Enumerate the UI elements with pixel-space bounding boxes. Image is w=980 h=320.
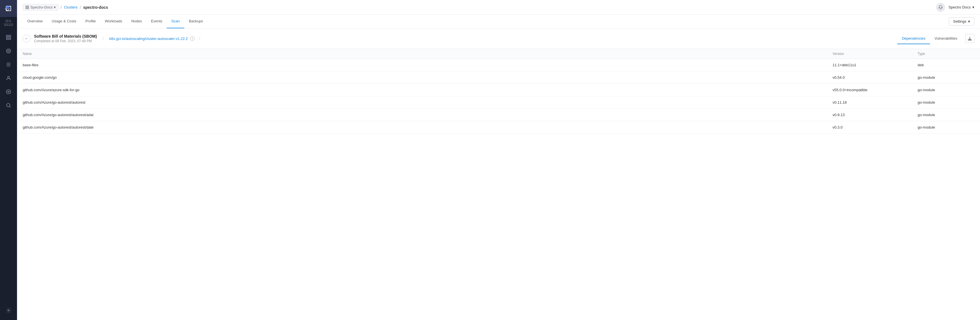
sidebar-logo[interactable] (0, 0, 17, 17)
header-type: Type (918, 52, 974, 56)
row-name: github.com/Azure/go-autorest/autorest/da… (23, 125, 832, 130)
row-type: go-module (918, 100, 974, 105)
table-row: github.com/Azure/go-autorest/autorest/ad… (17, 109, 980, 121)
sidebar-version: 10.3-101121 (3, 17, 14, 29)
sbom-image-path: k8s.gcr.io/autoscaling/cluster-autoscale… (110, 36, 188, 41)
header-version: Version (832, 52, 918, 56)
breadcrumb-clusters-link[interactable]: Clusters (64, 5, 78, 10)
breadcrumb-sep-2: / (80, 5, 81, 10)
main-content: Spectro-Docs ▾ / Clusters / spectro-docs… (17, 0, 980, 320)
row-name: github.com/Azure/go-autorest/autorest (23, 100, 832, 105)
back-icon: ← (25, 36, 29, 41)
sbom-header-inner: ← Software Bill of Materials (SBOM) Comp… (23, 33, 974, 44)
svg-line-13 (10, 106, 11, 108)
svg-rect-18 (27, 8, 29, 9)
sidebar-item-profiles[interactable] (2, 72, 15, 84)
sbom-path-sep: / (103, 36, 104, 41)
sidebar-bottom (2, 301, 15, 320)
svg-rect-15 (26, 6, 27, 7)
tab-overview[interactable]: Overview (23, 15, 47, 29)
row-type: go-module (918, 88, 974, 92)
svg-point-12 (6, 103, 10, 107)
tab-workloads[interactable]: Workloads (100, 15, 127, 29)
sidebar-item-settings[interactable] (2, 304, 15, 317)
back-button[interactable]: ← (23, 35, 30, 43)
user-menu[interactable]: Spectro Docs ▾ (948, 5, 974, 10)
svg-point-4 (6, 49, 11, 53)
svg-point-9 (8, 76, 10, 78)
sidebar: 10.3-101121 (0, 0, 17, 320)
nav-tabs: Overview Usage & Costs Profile Workloads… (17, 15, 980, 29)
table-row: github.com/Azure/go-autorest/autorest/da… (17, 121, 980, 134)
svg-point-11 (8, 91, 10, 93)
sidebar-item-dashboard[interactable] (2, 31, 15, 44)
sbom-header: ← Software Bill of Materials (SBOM) Comp… (17, 29, 980, 49)
tab-usage-costs[interactable]: Usage & Costs (47, 15, 81, 29)
row-type: go-module (918, 113, 974, 117)
tab-nodes[interactable]: Nodes (127, 15, 146, 29)
user-name: Spectro Docs (948, 5, 970, 10)
breadcrumb: Spectro-Docs ▾ / Clusters / spectro-docs (23, 4, 934, 11)
header-name: Name (23, 52, 832, 56)
notifications-icon-btn[interactable] (936, 3, 945, 12)
sbom-path-section: k8s.gcr.io/autoscaling/cluster-autoscale… (110, 33, 962, 44)
table-header: Name Version Type (17, 49, 980, 59)
sidebar-item-audit[interactable] (2, 99, 15, 112)
topbar-right: Spectro Docs ▾ (936, 3, 974, 12)
svg-rect-16 (27, 6, 29, 7)
settings-chevron: ▾ (968, 19, 970, 24)
svg-rect-2 (6, 38, 8, 40)
table-row: github.com/Azure/azure-sdk-for-go v55.0.… (17, 84, 980, 96)
row-name: cloud.google.com/go (23, 75, 832, 79)
dependencies-table: Name Version Type base-files 11.1+deb11u… (17, 49, 980, 134)
breadcrumb-current-page: spectro-docs (83, 5, 108, 10)
sidebar-item-registries[interactable] (2, 86, 15, 98)
row-version: v0.54.0 (832, 75, 918, 79)
svg-point-14 (8, 310, 10, 311)
table-row: base-files 11.1+deb11u1 deb (17, 59, 980, 71)
sbom-title: Software Bill of Materials (SBOM) (34, 34, 97, 38)
row-version: 11.1+deb11u1 (832, 63, 918, 67)
svg-rect-19 (968, 40, 972, 40)
breadcrumb-sep-1: / (61, 5, 62, 10)
row-type: go-module (918, 75, 974, 79)
tab-scan[interactable]: Scan (167, 15, 184, 29)
svg-rect-3 (9, 38, 11, 40)
svg-point-10 (6, 90, 11, 94)
image-info-icon[interactable]: i (190, 36, 194, 41)
sub-tab-vulnerabilities[interactable]: Vulnerabilities (930, 33, 962, 44)
row-name: github.com/Azure/azure-sdk-for-go (23, 88, 832, 92)
workspace-chevron: ▾ (54, 5, 56, 10)
sbom-info: Software Bill of Materials (SBOM) Comple… (34, 34, 97, 43)
download-button[interactable] (965, 34, 974, 43)
content-area: ← Software Bill of Materials (SBOM) Comp… (17, 29, 980, 320)
sub-tabs: Dependencies Vulnerabilities (897, 33, 962, 44)
tab-events[interactable]: Events (146, 15, 167, 29)
row-version: v0.3.0 (832, 125, 918, 130)
table-row: github.com/Azure/go-autorest/autorest v0… (17, 96, 980, 109)
row-name: github.com/Azure/go-autorest/autorest/ad… (23, 113, 832, 117)
user-chevron: ▾ (972, 5, 974, 10)
sbom-subtitle: Completed at 08 Feb, 2023, 07:48 PM (34, 39, 97, 43)
svg-rect-17 (26, 8, 27, 9)
sidebar-nav (2, 29, 15, 301)
row-version: v0.9.13 (832, 113, 918, 117)
svg-point-5 (8, 50, 10, 52)
tab-profile[interactable]: Profile (81, 15, 100, 29)
row-type: go-module (918, 125, 974, 130)
workspace-label: Spectro-Docs (30, 5, 53, 10)
row-version: v0.11.18 (832, 100, 918, 105)
row-name: base-files (23, 63, 832, 67)
breadcrumb-workspace[interactable]: Spectro-Docs ▾ (23, 4, 59, 11)
row-type: deb (918, 63, 974, 67)
tab-backups[interactable]: Backups (184, 15, 208, 29)
sidebar-item-stacks[interactable] (2, 58, 15, 71)
table-row: cloud.google.com/go v0.54.0 go-module (17, 71, 980, 84)
sub-tab-dependencies[interactable]: Dependencies (897, 33, 930, 44)
topbar: Spectro-Docs ▾ / Clusters / spectro-docs… (17, 0, 980, 15)
sbom-path-sep2: / (199, 36, 200, 41)
svg-rect-0 (6, 35, 8, 37)
settings-button[interactable]: Settings ▾ (949, 17, 974, 25)
sidebar-item-clusters[interactable] (2, 45, 15, 57)
row-version: v55.0.0+incompatible (832, 88, 918, 92)
